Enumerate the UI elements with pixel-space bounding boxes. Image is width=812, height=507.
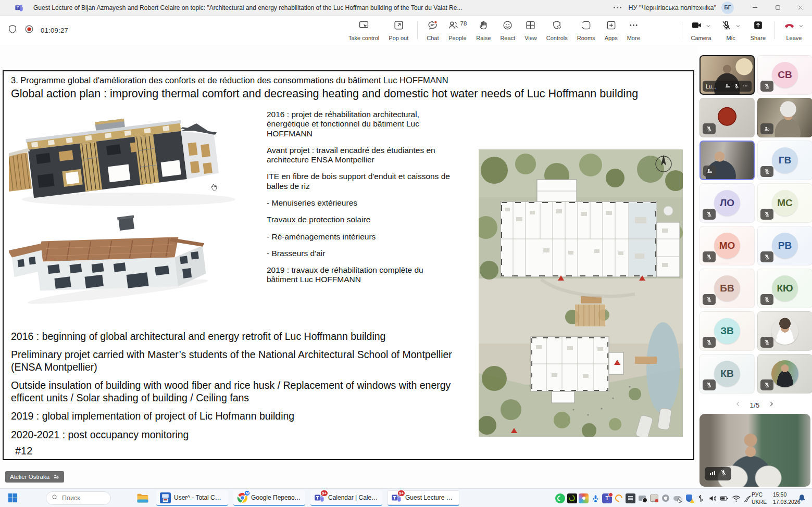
- participant-tile[interactable]: БВ: [699, 269, 755, 308]
- slide-paragraph-en: 2019 : global implementation of project …: [11, 410, 459, 423]
- search-input[interactable]: Поиск: [46, 491, 111, 505]
- mic-off-badge-icon: [760, 166, 773, 177]
- mic-button[interactable]: Mic: [716, 16, 746, 45]
- slide-paragraph-en: 2016 : beginning of global architectural…: [11, 331, 459, 343]
- account-avatar[interactable]: БГ: [721, 2, 734, 14]
- pager-prev-icon[interactable]: [734, 400, 742, 410]
- chevron-down-icon[interactable]: [705, 22, 711, 31]
- participant-tile[interactable]: [757, 354, 812, 394]
- participant-tile[interactable]: КЮ: [757, 269, 812, 308]
- avatar: ГВ: [772, 147, 798, 173]
- pager-next-icon[interactable]: [768, 400, 775, 410]
- take-control-button[interactable]: Take control: [344, 16, 384, 45]
- battery-tray-icon[interactable]: [719, 493, 729, 503]
- pop-out-button[interactable]: Pop out: [384, 16, 413, 45]
- participant-tile[interactable]: Lu...: [699, 55, 755, 95]
- maximize-button[interactable]: [766, 0, 789, 16]
- teams-meeting-window: Guest Lecture of Bijan Azmayesh and Robe…: [0, 0, 812, 507]
- participant-tile[interactable]: МС: [757, 183, 812, 223]
- notebook-tray-icon[interactable]: [626, 493, 635, 503]
- view-icon: [525, 20, 536, 33]
- participant-tile[interactable]: ЛО: [699, 183, 755, 223]
- view-button[interactable]: View: [520, 16, 542, 45]
- people-button[interactable]: 78 People: [443, 16, 471, 45]
- nvidia-tray-icon[interactable]: [567, 493, 577, 503]
- rooms-button[interactable]: Rooms: [572, 16, 600, 45]
- people-icon: [448, 20, 459, 33]
- participant-name: Lu...: [706, 83, 722, 90]
- glasswire-tray-icon[interactable]: [614, 493, 624, 503]
- start-button[interactable]: [6, 492, 19, 504]
- security-warning-tray-icon[interactable]: [684, 493, 694, 503]
- close-button[interactable]: [789, 0, 812, 16]
- photos-tray-icon[interactable]: [579, 493, 589, 503]
- avatar: ЛО: [714, 190, 740, 216]
- camera-button[interactable]: Camera: [686, 16, 716, 45]
- toolbar-divider: [774, 21, 775, 39]
- taskbar-app-teams-meeting[interactable]: 9+ Guest Lecture of Bija...: [388, 490, 459, 506]
- share-button[interactable]: Share: [746, 16, 770, 45]
- usb-drive-tray-icon[interactable]: [638, 493, 647, 503]
- slide-paragraph-fr: 2016 : projet de réhabilitation architec…: [267, 110, 452, 138]
- spotlight-video-tile[interactable]: [699, 414, 810, 487]
- titlebar-more-icon[interactable]: [614, 7, 621, 8]
- participant-tile[interactable]: [699, 98, 755, 137]
- participant-tile[interactable]: [757, 311, 812, 351]
- presentation-slide: 3. Programme global d'amélioration des c…: [3, 70, 694, 460]
- whatsapp-tray-icon[interactable]: [555, 493, 565, 503]
- chrome-icon: M: [237, 492, 248, 503]
- apps-button[interactable]: Apps: [600, 16, 622, 45]
- react-icon: [502, 20, 513, 33]
- teams-icon: 9+: [391, 492, 402, 503]
- mic-off-badge-icon: [760, 337, 773, 348]
- more-button[interactable]: More: [622, 16, 645, 45]
- leave-button[interactable]: Leave: [779, 16, 809, 45]
- volume-tray-icon[interactable]: [708, 493, 718, 503]
- wifi-tray-icon[interactable]: [731, 493, 741, 503]
- mic-off-badge-icon: [703, 123, 716, 134]
- hand-cursor-icon: [211, 184, 217, 191]
- raise-hand-button[interactable]: Raise: [471, 16, 495, 45]
- notification-badge: 9+: [397, 490, 405, 497]
- taskbar-app-total-commander[interactable]: User^ - Total Comm...: [156, 490, 228, 506]
- teams-tray-icon[interactable]: [602, 493, 612, 503]
- total-commander-icon: [160, 492, 171, 503]
- controls-button[interactable]: Controls: [542, 16, 572, 45]
- participant-tile[interactable]: РВ: [757, 226, 812, 265]
- slide-paragraph-en: Outside insulation of building with wood…: [11, 379, 459, 404]
- taskbar-app-chrome-translate[interactable]: M Google Переводчик...: [233, 490, 305, 506]
- participant-tile[interactable]: [757, 98, 812, 137]
- chevron-down-icon[interactable]: [798, 22, 804, 31]
- participant-tile[interactable]: СВ: [757, 55, 812, 95]
- chat-button[interactable]: Chat: [422, 16, 443, 45]
- sync-tray-icon[interactable]: [661, 493, 671, 503]
- participant-tile[interactable]: МО: [699, 226, 755, 265]
- pager-current: 1/5: [750, 401, 760, 409]
- window-titlebar: Guest Lecture of Bijan Azmayesh and Robe…: [0, 0, 812, 16]
- microphone-tray-icon[interactable]: [591, 493, 601, 503]
- language-indicator[interactable]: РУС UKRE: [752, 491, 767, 505]
- clock[interactable]: 15:50 17.03.2026: [773, 491, 801, 505]
- minimize-button[interactable]: [743, 0, 766, 16]
- gallery-tray-icon[interactable]: [649, 493, 659, 503]
- mic-off-badge-icon: [703, 209, 716, 220]
- participant-tile[interactable]: ГВ: [757, 141, 812, 180]
- bluetooth-tray-icon[interactable]: [696, 493, 706, 503]
- site-plan-image: [479, 149, 683, 437]
- taskbar-app-label: Google Переводчик...: [251, 494, 302, 501]
- participant-tile[interactable]: [699, 141, 755, 180]
- mic-off-badge-icon: [760, 81, 773, 92]
- tenant-name: НУ "Чернігівська політехніка": [629, 4, 716, 11]
- more-icon[interactable]: [742, 82, 748, 91]
- participant-tile[interactable]: ЗВ: [699, 311, 755, 351]
- taskbar-app-label: Guest Lecture of Bija...: [405, 494, 456, 501]
- mic-off-badge-icon: [760, 379, 773, 390]
- mic-off-badge-icon: [703, 379, 716, 390]
- react-button[interactable]: React: [495, 16, 520, 45]
- chevron-down-icon[interactable]: [735, 22, 741, 31]
- taskbar-app-teams-calendar[interactable]: 9+ Calendar | Calendar | ...: [310, 490, 382, 506]
- onedrive-paused-tray-icon[interactable]: [672, 493, 682, 503]
- participant-tile[interactable]: КВ: [699, 354, 755, 394]
- file-explorer-icon[interactable]: [136, 492, 149, 504]
- notifications-bell-icon[interactable]: [797, 493, 807, 503]
